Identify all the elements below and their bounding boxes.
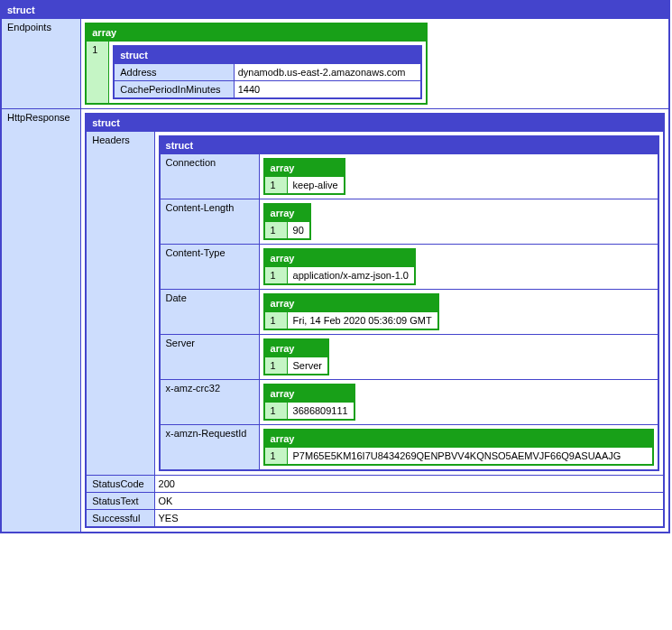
array-value: struct Address dynamodb.us-east-2.amazon…: [109, 42, 428, 105]
array-value: 90: [287, 222, 310, 240]
array-value: keep-alive: [287, 177, 345, 195]
httpresponse-value: struct Headers struct: [81, 109, 669, 533]
header-contentlength-key: Content-Length: [160, 199, 260, 245]
headers-struct: struct Connection array: [159, 135, 659, 471]
endpoints-array: array 1 struct: [85, 23, 428, 105]
address-val: dynamodb.us-east-2.amazonaws.com: [234, 64, 421, 81]
httpresponse-struct: struct Headers struct: [85, 113, 665, 528]
header-contenttype-key: Content-Type: [160, 245, 260, 290]
header-date-array: array 1 Fri, 14 Feb 2020 05:36:09 GMT: [263, 293, 439, 330]
cache-val: 1440: [234, 81, 421, 99]
array-title: array: [264, 159, 345, 177]
headers-key: Headers: [86, 132, 154, 476]
array-index: 1: [264, 448, 288, 466]
array-value: 3686809111: [287, 403, 354, 421]
endpoints-key: Endpoints: [1, 19, 81, 109]
header-contenttype-val: array 1 application/x-amz-json-1.0: [259, 245, 658, 290]
header-reqid-key: x-amzn-RequestId: [160, 425, 260, 471]
array-title: array: [264, 249, 415, 267]
array-value: P7M65E5KM16I7U8434269QENPBVV4KQNSO5AEMVJ…: [287, 448, 653, 466]
header-connection-val: array 1 keep-alive: [259, 154, 658, 199]
struct-title: struct: [114, 46, 421, 64]
header-reqid-array: array 1 P7M65E5KM16I7U8434269QENPBVV4KQN…: [263, 429, 654, 466]
header-contentlength-array: array 1 90: [263, 203, 311, 240]
root-struct: struct Endpoints array 1: [0, 0, 670, 533]
successful-key: Successful: [86, 510, 154, 528]
array-title: array: [264, 384, 354, 403]
header-server-val: array 1 Server: [259, 335, 658, 380]
header-connection-key: Connection: [160, 154, 260, 199]
header-contenttype-array: array 1 application/x-amz-json-1.0: [263, 248, 416, 285]
array-index: 1: [264, 403, 288, 421]
array-index: 1: [264, 312, 288, 330]
header-server-array: array 1 Server: [263, 338, 329, 375]
array-title: array: [264, 204, 310, 222]
header-contentlength-val: array 1 90: [259, 199, 658, 245]
array-title: array: [86, 23, 427, 42]
struct-title: struct: [86, 114, 664, 132]
array-value: Fri, 14 Feb 2020 05:36:09 GMT: [287, 312, 438, 330]
header-crc-key: x-amz-crc32: [160, 380, 260, 425]
statustext-val: OK: [154, 493, 664, 510]
header-date-key: Date: [160, 290, 260, 335]
statuscode-key: StatusCode: [86, 476, 154, 493]
array-index: 1: [86, 42, 109, 105]
header-reqid-val: array 1 P7M65E5KM16I7U8434269QENPBVV4KQN…: [259, 425, 658, 471]
struct-title: struct: [160, 136, 658, 154]
endpoints-value: array 1 struct: [81, 19, 669, 109]
array-value: application/x-amz-json-1.0: [287, 267, 415, 285]
header-date-val: array 1 Fri, 14 Feb 2020 05:36:09 GMT: [259, 290, 658, 335]
array-index: 1: [264, 177, 288, 195]
header-crc-val: array 1 3686809111: [259, 380, 658, 425]
headers-value: struct Connection array: [154, 132, 664, 476]
httpresponse-key: HttpResponse: [1, 109, 81, 533]
struct-title: struct: [1, 1, 669, 19]
header-connection-array: array 1 keep-alive: [263, 158, 345, 195]
array-index: 1: [264, 357, 288, 375]
header-server-key: Server: [160, 335, 260, 380]
successful-val: YES: [154, 510, 664, 528]
header-crc-array: array 1 3686809111: [263, 384, 355, 421]
cache-key: CachePeriodInMinutes: [114, 81, 234, 99]
array-index: 1: [264, 267, 288, 285]
array-index: 1: [264, 222, 288, 240]
address-key: Address: [114, 64, 234, 81]
statustext-key: StatusText: [86, 493, 154, 510]
statuscode-val: 200: [154, 476, 664, 493]
endpoint-struct: struct Address dynamodb.us-east-2.amazon…: [113, 45, 422, 99]
array-title: array: [264, 294, 438, 312]
array-value: Server: [287, 357, 328, 375]
array-title: array: [264, 339, 328, 357]
array-title: array: [264, 430, 653, 448]
